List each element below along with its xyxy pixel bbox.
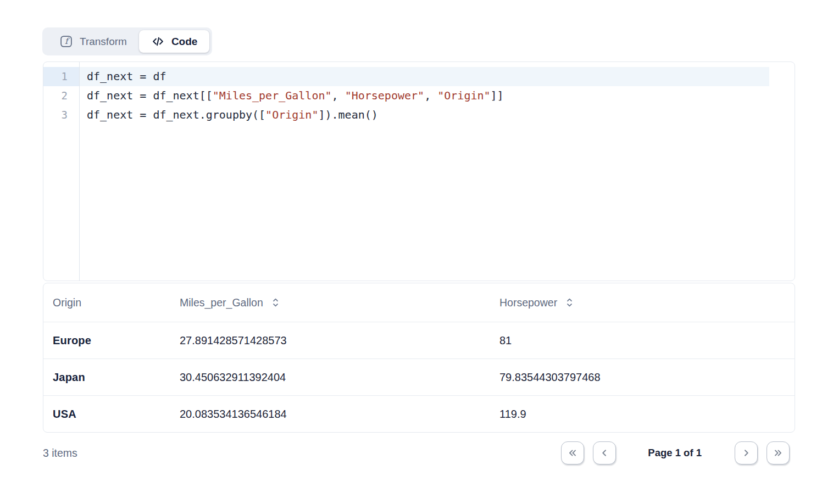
mpg-value: 27.891428571428573 <box>180 334 287 347</box>
hp-value: 81 <box>499 334 512 347</box>
chevrons-left-icon <box>567 447 579 459</box>
code-line-1: df_next = df <box>80 67 769 86</box>
table-row: USA 20.083534136546184 119.9 <box>43 395 795 432</box>
cell-mpg: 20.083534136546184 <box>170 408 490 421</box>
mpg-value: 20.083534136546184 <box>180 408 287 421</box>
pagination: Page 1 of 1 <box>561 441 795 464</box>
first-page-button[interactable] <box>561 441 584 464</box>
table-row: Europe 27.891428571428573 81 <box>43 322 795 359</box>
hp-value: 79.83544303797468 <box>499 371 601 384</box>
hp-value: 119.9 <box>499 408 526 421</box>
function-icon: f <box>59 35 73 48</box>
chevron-right-icon <box>740 447 752 459</box>
code-content[interactable]: df_next = df df_next = df_next[["Miles_p… <box>80 62 795 281</box>
sort-icon[interactable] <box>271 296 280 309</box>
origin-value: USA <box>53 408 76 421</box>
code-line-2: df_next = df_next[["Miles_per_Gallon", "… <box>80 86 795 105</box>
code-token: ]] <box>491 89 504 102</box>
transform-cell: f Transform Code 1 2 3 df_next = df d <box>0 0 833 504</box>
chevron-left-icon <box>598 447 610 459</box>
column-header-origin: Origin <box>43 296 170 309</box>
cell-hp: 79.83544303797468 <box>490 371 795 384</box>
code-editor[interactable]: 1 2 3 df_next = df df_next = df_next[["M… <box>43 61 795 281</box>
code-token: , <box>424 89 437 102</box>
line-number: 2 <box>43 86 79 105</box>
cell-origin: Japan <box>43 371 170 384</box>
cell-mpg: 27.891428571428573 <box>170 334 490 347</box>
code-token: df_next = df_next[[ <box>87 89 213 102</box>
tab-code[interactable]: Code <box>139 30 210 53</box>
table-row: Japan 30.450632911392404 79.835443037974… <box>43 359 795 395</box>
column-header-label: Horsepower <box>499 296 557 309</box>
code-line-3: df_next = df_next.groupby(["Origin"]).me… <box>80 105 795 125</box>
origin-value: Japan <box>53 371 85 384</box>
svg-text:f: f <box>65 37 70 47</box>
column-header-hp[interactable]: Horsepower <box>490 296 795 309</box>
string-token: "Miles_per_Gallon" <box>213 89 332 102</box>
table-header-row: Origin Miles_per_Gallon Horsepower <box>43 283 795 322</box>
line-number: 1 <box>43 67 79 86</box>
tab-code-label: Code <box>171 36 198 48</box>
tab-transform-label: Transform <box>80 36 127 48</box>
view-mode-tabs: f Transform Code <box>42 27 212 55</box>
code-token: df_next = df_next.groupby([ <box>87 108 265 121</box>
code-icon <box>151 35 165 48</box>
line-number-gutter: 1 2 3 <box>43 62 80 281</box>
column-header-label: Origin <box>53 296 81 309</box>
column-header-mpg[interactable]: Miles_per_Gallon <box>170 296 490 309</box>
result-table: Origin Miles_per_Gallon Horsepower <box>43 283 795 433</box>
last-page-button[interactable] <box>767 441 790 464</box>
cell-mpg: 30.450632911392404 <box>170 371 490 384</box>
next-page-button[interactable] <box>735 441 758 464</box>
page-indicator: Page 1 of 1 <box>648 447 702 459</box>
tab-transform[interactable]: f Transform <box>45 30 139 53</box>
items-count: 3 items <box>43 447 77 460</box>
chevrons-right-icon <box>772 447 784 459</box>
column-header-label: Miles_per_Gallon <box>180 296 263 309</box>
sort-icon[interactable] <box>565 296 574 309</box>
table-footer: 3 items Page 1 of 1 <box>43 441 795 465</box>
string-token: "Horsepower" <box>345 89 425 102</box>
string-token: "Origin" <box>265 108 318 121</box>
origin-value: Europe <box>53 334 91 347</box>
mpg-value: 30.450632911392404 <box>180 371 286 384</box>
line-number: 3 <box>43 105 79 125</box>
cell-origin: USA <box>43 408 170 421</box>
code-token: df_next = df <box>87 70 166 83</box>
code-token: , <box>332 89 345 102</box>
cell-hp: 81 <box>490 334 795 347</box>
code-token: ]).mean() <box>318 108 377 121</box>
cell-origin: Europe <box>43 334 170 347</box>
cell-hp: 119.9 <box>490 408 795 421</box>
string-token: "Origin" <box>437 89 490 102</box>
previous-page-button[interactable] <box>593 441 616 464</box>
